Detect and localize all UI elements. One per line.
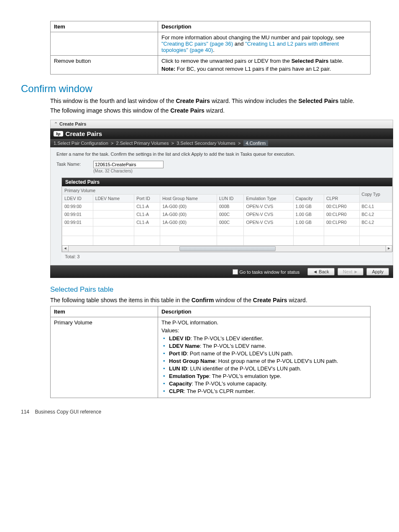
window-title: Create Pairs xyxy=(59,121,86,126)
selected-pairs-total: Total: 3 xyxy=(61,252,392,261)
subsection-paragraph: The following table shows the items in t… xyxy=(50,296,371,304)
col-host-group: Host Group Name xyxy=(160,194,217,202)
back-button[interactable]: ◄ Back xyxy=(307,268,334,275)
col-port-id: Port ID xyxy=(134,194,160,202)
list-item: Emulation Type: The P-VOL's emulation ty… xyxy=(169,373,367,379)
step-1: 1.Select Pair Configuration xyxy=(54,141,108,146)
table-row xyxy=(62,236,392,245)
list-item: LDEV Name: The P-VOL's LDEV name. xyxy=(169,343,367,349)
section-paragraph: This window is the fourth and last windo… xyxy=(50,97,371,105)
cell-item: Remove button xyxy=(51,56,158,75)
step-2: 2.Select Primary Volumes xyxy=(116,141,169,146)
wizard-instruction: Enter a name for the task. Confirm the s… xyxy=(56,152,387,157)
list-item: LDEV ID: The P-VOL's LDEV identifier. xyxy=(169,335,367,342)
page-footer-text: Business Copy GUI reference xyxy=(35,409,101,415)
step-3: 3.Select Secondary Volumes xyxy=(176,141,235,146)
list-item: Host Group Name: Host group name of the … xyxy=(169,358,367,364)
table-row[interactable]: 00:99:01CL1-A1A-G00 (00)000COPEN-V CVS1.… xyxy=(62,210,392,218)
th-description: Description xyxy=(158,21,371,32)
th-item: Item xyxy=(51,21,158,32)
create-pairs-screenshot: ⌃ Create Pairs hp Create Pairs 1.Select … xyxy=(50,120,393,278)
table-row[interactable]: 00:99:01CL1-A1A-G00 (00)000COPEN-V CVS1.… xyxy=(62,218,392,226)
window-titlebar: ⌃ Create Pairs xyxy=(50,120,393,129)
col-ldev-id: LDEV ID xyxy=(62,194,93,202)
scroll-track[interactable] xyxy=(69,245,386,252)
list-item: CLPR: The P-VOL's CLPR number. xyxy=(169,388,367,394)
goto-tasks-label: Go to tasks window for status xyxy=(240,270,300,275)
subsection-title-selected-pairs-table: Selected Pairs table xyxy=(50,285,378,294)
collapse-icon[interactable]: ⌃ xyxy=(53,121,58,127)
page-footer: 114 Business Copy GUI reference xyxy=(21,409,378,415)
horizontal-scrollbar[interactable]: ◄ ► xyxy=(62,246,392,252)
list-item: LUN ID: LUN identifier of the P-VOL LDEV… xyxy=(169,365,367,372)
col-lun-id: LUN ID xyxy=(217,194,244,202)
list-item: Capacity: The P-VOL's volume capacity. xyxy=(169,380,367,387)
selected-pairs-reference-table: Item Description Primary Volume The P-VO… xyxy=(50,306,371,398)
scroll-right-icon[interactable]: ► xyxy=(386,245,392,252)
th-item: Item xyxy=(51,306,158,317)
next-button[interactable]: Next ► xyxy=(338,268,364,275)
table-row: Primary Volume The P-VOL information. Va… xyxy=(51,317,371,398)
wizard-footer: Go to tasks window for status ◄ Back Nex… xyxy=(50,265,393,278)
selected-pairs-panel: Selected Pairs Primary Volume Copy Typ L… xyxy=(61,177,393,252)
apply-button[interactable]: Apply xyxy=(366,268,389,275)
task-name-input[interactable] xyxy=(93,161,164,168)
cell-description: For more information about changing the … xyxy=(158,32,371,56)
table-row xyxy=(62,226,392,236)
group-header-primary-volume: Primary Volume xyxy=(62,186,360,194)
section-paragraph: The following image shows this window of… xyxy=(50,107,371,115)
page-number: 114 xyxy=(21,409,29,415)
selected-pairs-title: Selected Pairs xyxy=(62,178,392,186)
dialog-titlebar: hp Create Pairs xyxy=(50,129,393,139)
cell-description: The P-VOL information. Values: LDEV ID: … xyxy=(158,317,371,398)
col-clpr: CLPR xyxy=(324,194,359,202)
wizard-steps: 1.Select Pair Configuration > 2.Select P… xyxy=(50,139,393,147)
col-emulation-type: Emulation Type xyxy=(244,194,293,202)
cell-item: Primary Volume xyxy=(51,317,158,398)
section-title-confirm-window: Confirm window xyxy=(21,83,378,95)
dialog-title: Create Pairs xyxy=(66,130,102,137)
table-row: For more information about changing the … xyxy=(51,32,371,56)
col-capacity: Capacity xyxy=(293,194,324,202)
list-item: Port ID: Port name of the P-VOL LDEV's L… xyxy=(169,350,367,357)
cell-description: Click to remove the unwanted pairs or LD… xyxy=(158,56,371,75)
table-row: Remove button Click to remove the unwant… xyxy=(51,56,371,75)
task-name-hint: (Max. 32 Characters) xyxy=(93,169,164,173)
col-ldev-name: LDEV Name xyxy=(93,194,134,202)
scroll-thumb[interactable] xyxy=(179,246,275,251)
hp-logo-icon: hp xyxy=(54,131,63,136)
scroll-left-icon[interactable]: ◄ xyxy=(62,245,69,252)
group-header-copy-type: Copy Typ xyxy=(359,186,392,202)
th-description: Description xyxy=(158,306,371,317)
task-name-label: Task Name: xyxy=(56,161,86,167)
table-row[interactable]: 00:99:00CL1-A1A-G00 (00)000BOPEN-V CVS1.… xyxy=(62,202,392,210)
link-creating-bc-pairs[interactable]: "Creating BC pairs" (page 36) xyxy=(161,41,233,47)
goto-tasks-checkbox[interactable] xyxy=(233,269,238,275)
top-reference-table: Item Description For more information ab… xyxy=(50,21,371,75)
cell-item xyxy=(51,32,158,56)
step-4-active: 4.Confirm xyxy=(243,140,269,146)
selected-pairs-table: Primary Volume Copy Typ LDEV ID LDEV Nam… xyxy=(62,186,392,246)
